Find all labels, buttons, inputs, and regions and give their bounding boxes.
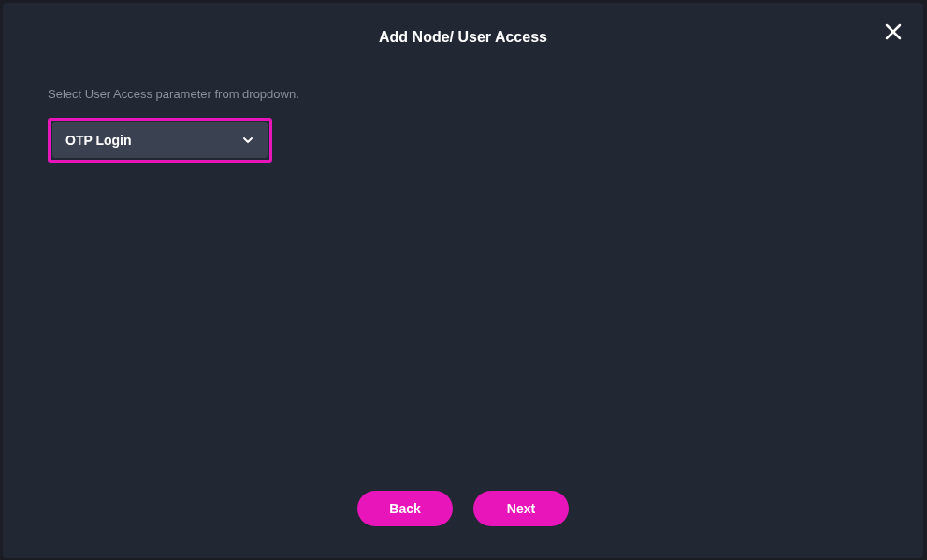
modal-body: Select User Access parameter from dropdo… [3, 46, 923, 491]
modal-header: Add Node/ User Access [3, 3, 923, 46]
modal-container: Add Node/ User Access Select User Access… [3, 3, 923, 558]
close-button[interactable] [880, 20, 906, 46]
dropdown-highlight: OTP Login [48, 118, 272, 163]
next-button[interactable]: Next [473, 491, 569, 526]
modal-title: Add Node/ User Access [3, 29, 923, 46]
user-access-dropdown[interactable]: OTP Login [52, 122, 268, 158]
dropdown-selected-label: OTP Login [65, 133, 132, 148]
chevron-down-icon [241, 134, 254, 147]
back-button[interactable]: Back [357, 491, 453, 526]
close-icon [884, 22, 903, 44]
instruction-text: Select User Access parameter from dropdo… [48, 87, 878, 101]
modal-footer: Back Next [3, 491, 923, 558]
